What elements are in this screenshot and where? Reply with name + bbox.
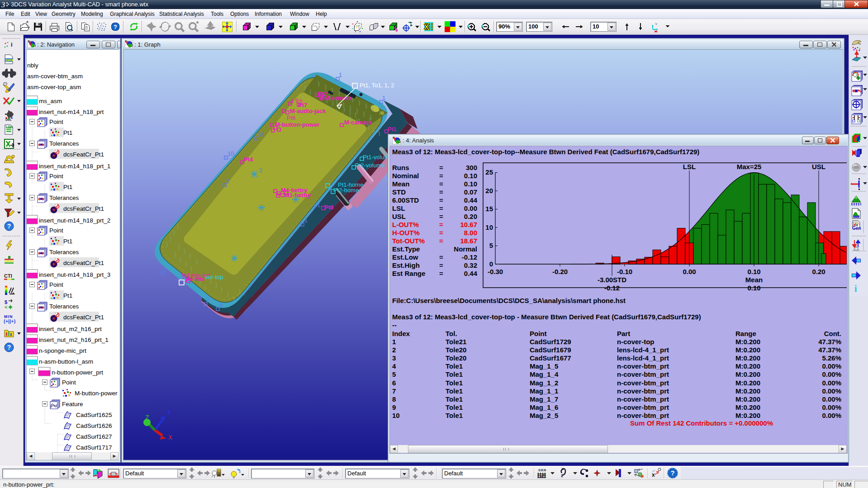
svg-text:Mean: Mean (745, 276, 763, 284)
svg-text:0.00%: 0.00% (822, 362, 841, 370)
svg-text:Tole20: Tole20 (446, 354, 466, 362)
svg-text:0.00%: 0.00% (822, 370, 841, 378)
svg-text:M:0.200: M:0.200 (735, 387, 760, 395)
svg-text:USL: USL (812, 163, 825, 171)
svg-text:Est Range: Est Range (392, 270, 425, 277)
svg-text:0.20: 0.20 (464, 213, 477, 220)
svg-text:Pt4: Pt4 (244, 156, 253, 163)
svg-text:<: < (5, 304, 7, 310)
svg-text:Tole20: Tole20 (446, 346, 466, 354)
svg-text:=: = (439, 270, 443, 277)
svg-text:0.00: 0.00 (464, 204, 477, 212)
svg-text:n-cover-btm_prt: n-cover-btm_prt (617, 395, 669, 403)
svg-text:dcsFeatCr_Pt1: dcsFeatCr_Pt1 (63, 205, 104, 212)
svg-text:Tolerances: Tolerances (49, 194, 79, 201)
svg-text:n-asm-button-l_asm: n-asm-button-l_asm (39, 358, 93, 365)
svg-text:x: x (652, 472, 655, 478)
svg-text:=: = (439, 253, 443, 261)
svg-text:Est.Type: Est.Type (392, 245, 420, 253)
svg-text:4: 4 (290, 98, 294, 104)
svg-text:STD: STD (392, 188, 406, 196)
svg-text:Tole1: Tole1 (446, 387, 463, 395)
svg-text:0.10: 0.10 (464, 180, 477, 188)
svg-text:0.00%: 0.00% (822, 387, 841, 395)
svg-text:=: = (439, 180, 443, 188)
svg-text:File:C:\Users\breese\Documents: File:C:\Users\breese\Documents\DCS\DCS_S… (392, 297, 626, 304)
svg-text:25: 25 (485, 168, 493, 176)
svg-text:USL: USL (392, 213, 406, 220)
svg-text:Meas3 of 12: Meas3-lcd_cover-t: Meas3 of 12: Meas3-lcd_cover-top-top--Me… (392, 148, 699, 156)
svg-text:Mag_2_5: Mag_2_5 (530, 412, 558, 419)
svg-text:-0.12: -0.12 (462, 253, 477, 261)
svg-text:n-cover-btm_prt: n-cover-btm_prt (617, 362, 669, 370)
svg-text:10: 10 (392, 412, 400, 419)
svg-text:0.00%: 0.00% (822, 412, 841, 419)
svg-text:CadSurf1679: CadSurf1679 (530, 346, 571, 354)
svg-text:10: 10 (228, 150, 234, 157)
svg-text:Runs: Runs (392, 164, 409, 171)
svg-text:Tole1: Tole1 (446, 362, 463, 370)
svg-text:M:0.200: M:0.200 (735, 346, 760, 354)
svg-text:-0.12: -0.12 (604, 284, 620, 292)
svg-text:7: 7 (392, 387, 396, 395)
svg-text:38: 38 (257, 131, 264, 138)
svg-text:dcsFeatCr_Pt1: dcsFeatCr_Pt1 (63, 260, 104, 266)
svg-text:300: 300 (466, 164, 477, 171)
svg-text:Feature: Feature (62, 401, 83, 407)
svg-text:-3.00STD: -3.00STD (598, 276, 626, 284)
svg-text:GEN: GEN (538, 469, 546, 472)
svg-text:dcsFeatCr_Pt1: dcsFeatCr_Pt1 (63, 151, 104, 158)
svg-text:L-OUT%: L-OUT% (392, 221, 419, 228)
svg-text:0.00%: 0.00% (822, 403, 841, 411)
svg-text:ms_asm: ms_asm (39, 98, 62, 104)
svg-text:Mag_1_7: Mag_1_7 (530, 395, 558, 403)
svg-text:Tole1: Tole1 (446, 370, 463, 378)
svg-text:n-cover-btm_prt: n-cover-btm_prt (617, 387, 669, 395)
svg-text:=: = (439, 188, 443, 196)
svg-text:(+||+): (+||+) (4, 318, 16, 324)
svg-text:Index: Index (392, 330, 410, 337)
svg-text:0.10: 0.10 (747, 284, 760, 292)
svg-text:insert_nut-m14_h18_prt: insert_nut-m14_h18_prt (39, 109, 104, 115)
svg-text:Point: Point (49, 227, 63, 234)
svg-text:Mag_1_5: Mag_1_5 (530, 362, 558, 370)
svg-text:Tolerances: Tolerances (49, 140, 79, 147)
svg-text:i: i (854, 284, 857, 294)
svg-text:Tole1: Tole1 (446, 395, 463, 403)
svg-text:5: 5 (299, 98, 303, 105)
svg-text:=: = (439, 213, 443, 220)
svg-text:n-cover-top: n-cover-top (617, 338, 655, 346)
svg-text:Cont.: Cont. (824, 330, 841, 337)
svg-text:Tol.: Tol. (446, 330, 457, 337)
svg-text:Mag_1_1: Mag_1_1 (530, 387, 558, 395)
svg-text:3: 3 (392, 354, 396, 362)
svg-text:CadSurf1627: CadSurf1627 (76, 433, 112, 440)
svg-text:8: 8 (219, 302, 223, 308)
svg-text:Point: Point (49, 118, 63, 125)
svg-text:2: 2 (392, 346, 396, 354)
svg-text:2: 2 (259, 167, 262, 174)
svg-text:Pt1: Pt1 (63, 238, 72, 245)
svg-text:M:0.200: M:0.200 (735, 403, 760, 411)
svg-text:10.67: 10.67 (460, 221, 477, 228)
svg-text:M:0.200: M:0.200 (735, 370, 760, 378)
svg-text:ver-top: ver-top (205, 274, 223, 280)
svg-text:M-button-power: M-button-power (75, 390, 118, 397)
svg-text:Sum Of Rest 142 Contributors =: Sum Of Rest 142 Contributors = +0.000000… (630, 419, 773, 427)
svg-text:Normal: Normal (454, 245, 477, 253)
svg-text:8: 8 (392, 395, 396, 403)
svg-text:Pt2-home: Pt2-home (333, 187, 359, 194)
svg-text:=: = (439, 204, 443, 212)
svg-text:4: 4 (392, 362, 396, 370)
svg-text:Mean: Mean (392, 180, 409, 188)
svg-text:Meas3 of 12: Meas3-lcd_cover-t: Meas3 of 12: Meas3-lcd_cover-top-top - M… (392, 313, 701, 321)
svg-text:Point: Point (49, 281, 63, 288)
svg-text:M-audio-jack: M-audio-jack (290, 108, 326, 114)
svg-text:M-button-power: M-button-power (275, 121, 319, 128)
svg-text:18.67: 18.67 (460, 237, 477, 245)
svg-text:=: = (439, 196, 443, 204)
svg-text:6: 6 (392, 379, 396, 387)
svg-text:M:0.200: M:0.200 (735, 362, 760, 370)
svg-text:Nominal: Nominal (392, 172, 419, 180)
svg-text:1: 1 (304, 217, 308, 224)
